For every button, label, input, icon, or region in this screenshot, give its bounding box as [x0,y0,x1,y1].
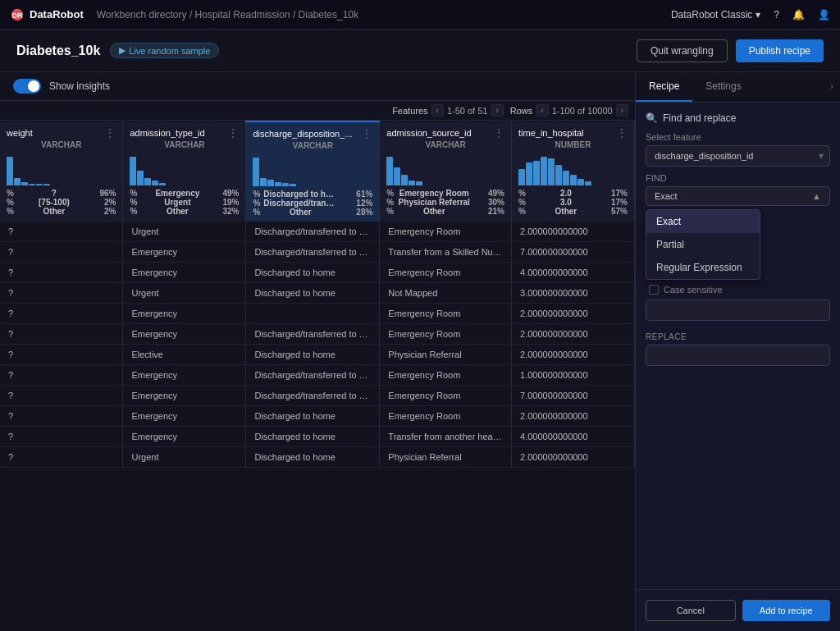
features-next-button[interactable]: › [491,104,503,117]
table-cell-7-1: Emergency [123,365,246,386]
feature-select[interactable]: discharge_disposition_id [646,145,830,167]
table-row: ?EmergencyDischarged/transferred to S...… [0,242,635,263]
replace-input[interactable] [646,345,830,366]
rows-nav: Rows ‹ 1-100 of 10000 › [510,104,628,117]
table-cell-4-1: Emergency [123,304,246,324]
panel-collapse-button[interactable]: › [824,72,840,102]
table-cell-8-0: ? [0,386,123,406]
dropdown-item-partial[interactable]: Partial [646,233,760,256]
add-to-recipe-button[interactable]: Add to recipe [742,600,831,621]
table-row: ?EmergencyDischarged to homeEmergency Ro… [0,406,635,427]
table-row: ?UrgentDischarged to homePhysician Refer… [0,447,635,468]
column-header-2[interactable]: discharge_disposition_...⋮VARCHAR%Discha… [246,121,380,222]
table-cell-2-4: 4.000000000000 [512,263,635,283]
table-cell-0-1: Urgent [123,222,246,242]
col-chart-3 [386,153,504,185]
col-more-icon-0[interactable]: ⋮ [104,126,116,139]
table-cell-5-2: Discharged/transferred to h... [246,324,380,345]
case-sensitive-label: Case sensitive [664,285,723,295]
table-cell-6-3: Physician Referral [380,345,512,365]
case-sensitive-option[interactable]: Case sensitive [649,285,830,295]
table-cell-6-1: Elective [123,345,246,365]
cancel-button[interactable]: Cancel [646,600,736,621]
col-stats-1: %Emergency49%%Urgent19%%Other32% [130,189,239,216]
table-cell-4-0: ? [0,304,123,324]
table-cell-10-0: ? [0,427,123,447]
top-nav: DR DataRobot Workbench directory / Hospi… [0,0,840,30]
column-headers-row: weight⋮VARCHAR%?96%%[75-100)2%%Other2%ad… [0,121,635,222]
column-header-4[interactable]: time_in_hospital⋮NUMBER%2.017%%3.017%%Ot… [512,121,635,222]
col-more-icon-4[interactable]: ⋮ [616,126,628,139]
features-prev-button[interactable]: ‹ [431,104,444,117]
table-cell-2-3: Emergency Room [380,263,512,283]
tab-settings[interactable]: Settings [692,72,754,102]
main-layout: Show insights Features ‹ 1-50 of 51 › Ro… [0,72,840,631]
logo-text: DataRobot [30,8,84,21]
dr-classic-selector[interactable]: DataRobot Classic ▾ [671,9,760,21]
table-row: ?ElectiveDischarged to homePhysician Ref… [0,345,635,365]
rows-label: Rows [510,106,533,116]
table-cell-8-3: Emergency Room [380,386,512,406]
quit-wrangling-button[interactable]: Quit wrangling [637,39,728,62]
dropdown-item-regex[interactable]: Regular Expression [646,256,760,279]
col-more-icon-3[interactable]: ⋮ [493,126,504,139]
case-sensitive-checkbox[interactable] [649,285,659,295]
nav-right: DataRobot Classic ▾ ? 🔔 👤 [671,9,830,21]
col-stats-0: %?96%%[75-100)2%%Other2% [7,189,116,216]
publish-recipe-button[interactable]: Publish recipe [736,39,824,62]
tab-recipe[interactable]: Recipe [636,72,692,102]
col-stats-4: %2.017%%3.017%%Other57% [518,189,628,216]
col-name-4: time_in_hospital⋮ [518,126,628,139]
column-header-0[interactable]: weight⋮VARCHAR%?96%%[75-100)2%%Other2% [0,121,123,222]
col-name-2: discharge_disposition_...⋮ [253,127,372,140]
table-row: ?EmergencyDischarged to homeEmergency Ro… [0,263,635,283]
svg-text:DR: DR [12,11,23,19]
table-cell-11-2: Discharged to home [246,447,380,468]
datarobot-logo-icon: DR [10,7,25,22]
features-rows-nav: Features ‹ 1-50 of 51 › Rows ‹ 1-100 of … [0,101,635,121]
find-input[interactable] [646,299,830,321]
col-type-0: VARCHAR [7,140,116,149]
data-table-container: weight⋮VARCHAR%?96%%[75-100)2%%Other2%ad… [0,121,635,631]
table-cell-1-1: Emergency [123,242,246,263]
col-name-3: admission_source_id⋮ [386,126,504,139]
chevron-up-icon: ▲ [812,191,821,201]
exact-mode-trigger[interactable]: Exact ▲ [646,186,830,206]
table-cell-1-3: Transfer from a Skilled Nurs... [380,242,512,263]
rows-next-button[interactable]: › [616,104,628,117]
user-icon[interactable]: 👤 [818,9,830,21]
table-cell-5-1: Emergency [123,324,246,345]
header-actions: Quit wrangling Publish recipe [637,39,824,62]
col-more-icon-1[interactable]: ⋮ [227,126,239,139]
find-label: FIND [646,173,830,183]
rows-range: 1-100 of 10000 [552,106,613,116]
live-icon: ▶ [119,45,126,56]
col-type-3: VARCHAR [386,140,504,149]
table-cell-9-3: Emergency Room [380,406,512,427]
table-cell-9-1: Emergency [123,406,246,427]
table-cell-2-1: Emergency [123,263,246,283]
help-icon[interactable]: ? [774,9,779,21]
table-cell-9-0: ? [0,406,123,427]
table-row: ?EmergencyDischarged to homeTransfer fro… [0,427,635,447]
notifications-icon[interactable]: 🔔 [792,9,805,21]
table-cell-6-0: ? [0,345,123,365]
col-chart-0 [7,153,116,185]
features-nav: Features ‹ 1-50 of 51 › [392,104,504,117]
col-stats-3: %Emergency Room49%%Physician Referral30%… [386,189,504,216]
column-header-3[interactable]: admission_source_id⋮VARCHAR%Emergency Ro… [380,121,512,222]
insights-bar: Show insights [0,72,635,101]
column-header-1[interactable]: admission_type_id⋮VARCHAR%Emergency49%%U… [123,121,246,222]
panel-actions: Cancel Add to recipe [636,589,840,631]
col-chart-2 [253,153,372,186]
table-cell-8-2: Discharged/transferred to S... [246,386,380,406]
table-cell-6-2: Discharged to home [246,345,380,365]
table-cell-4-2 [246,304,380,324]
col-more-icon-2[interactable]: ⋮ [361,127,372,140]
show-insights-toggle[interactable] [13,79,41,94]
dropdown-item-exact[interactable]: Exact [646,210,760,233]
rows-prev-button[interactable]: ‹ [536,104,548,117]
table-cell-8-1: Emergency [123,386,246,406]
panel-tabs: Recipe Settings › [636,72,840,103]
table-cell-10-4: 4.000000000000 [512,427,635,447]
